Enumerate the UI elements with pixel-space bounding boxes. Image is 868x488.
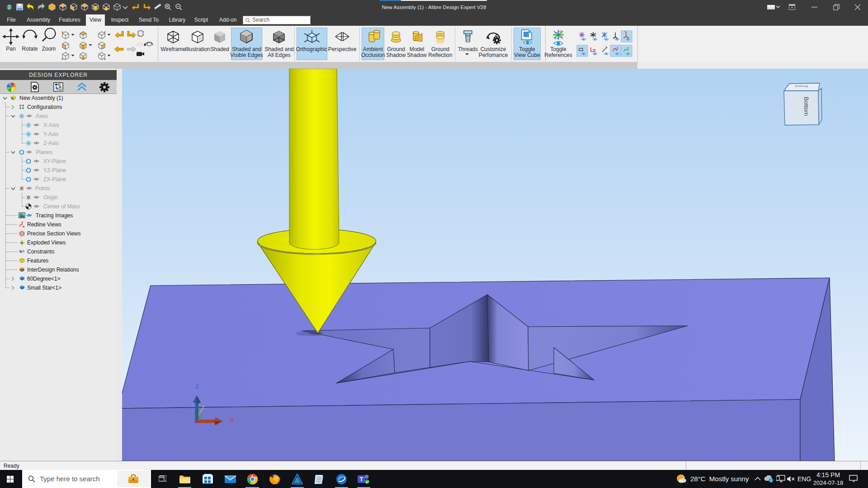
svg-text:Bottom: Bottom bbox=[803, 97, 810, 116]
svg-text:Front: Front bbox=[795, 85, 808, 88]
svg-text:Zoom: Zoom bbox=[42, 46, 56, 52]
svg-text:Rotate: Rotate bbox=[22, 46, 38, 52]
svg-text:X: X bbox=[230, 416, 234, 423]
svg-text:Pan: Pan bbox=[6, 46, 15, 52]
svg-text:Z: Z bbox=[195, 383, 199, 390]
svg-text:i: i bbox=[770, 478, 771, 483]
svg-text:T: T bbox=[360, 476, 363, 483]
